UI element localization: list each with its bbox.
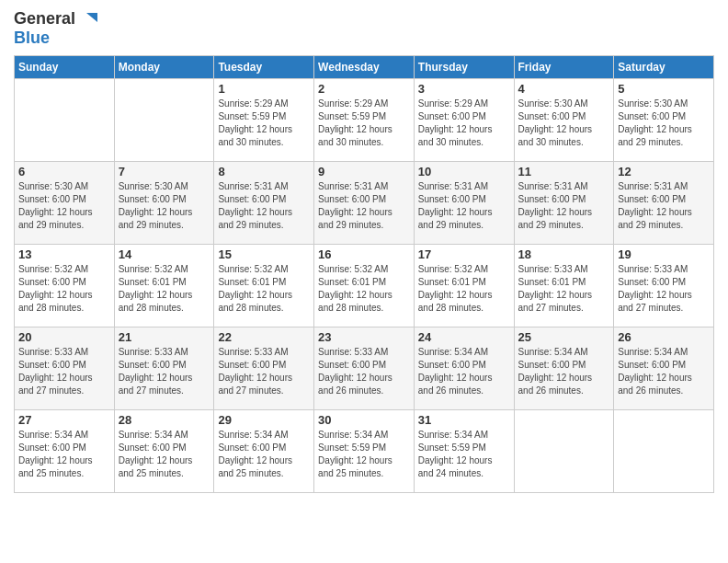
calendar-cell: 15Sunrise: 5:32 AM Sunset: 6:01 PM Dayli… — [214, 244, 314, 327]
day-info: Sunrise: 5:31 AM Sunset: 6:00 PM Dayligh… — [318, 180, 410, 232]
calendar-cell: 30Sunrise: 5:34 AM Sunset: 5:59 PM Dayli… — [314, 409, 415, 492]
calendar-week-row: 6Sunrise: 5:30 AM Sunset: 6:00 PM Daylig… — [15, 161, 714, 244]
day-info: Sunrise: 5:34 AM Sunset: 6:00 PM Dayligh… — [518, 346, 610, 397]
day-info: Sunrise: 5:32 AM Sunset: 6:01 PM Dayligh… — [119, 263, 210, 315]
day-number: 26 — [618, 330, 710, 344]
day-of-week-header: Wednesday — [314, 55, 415, 78]
calendar-cell: 19Sunrise: 5:33 AM Sunset: 6:00 PM Dayli… — [614, 244, 714, 327]
day-of-week-header: Sunday — [15, 55, 115, 78]
day-number: 12 — [618, 165, 710, 178]
calendar-cell: 27Sunrise: 5:34 AM Sunset: 6:00 PM Dayli… — [15, 409, 115, 492]
calendar-cell: 24Sunrise: 5:34 AM Sunset: 6:00 PM Dayli… — [414, 327, 514, 409]
day-number: 16 — [318, 247, 410, 261]
day-info: Sunrise: 5:29 AM Sunset: 5:59 PM Dayligh… — [318, 98, 410, 149]
calendar-cell: 14Sunrise: 5:32 AM Sunset: 6:01 PM Dayli… — [114, 244, 214, 327]
day-number: 25 — [518, 330, 610, 344]
calendar-table: SundayMondayTuesdayWednesdayThursdayFrid… — [14, 55, 714, 493]
calendar-cell: 23Sunrise: 5:33 AM Sunset: 6:00 PM Dayli… — [314, 327, 415, 409]
day-of-week-header: Thursday — [414, 55, 514, 78]
calendar-cell: 12Sunrise: 5:31 AM Sunset: 6:00 PM Dayli… — [614, 161, 714, 244]
day-info: Sunrise: 5:33 AM Sunset: 6:00 PM Dayligh… — [318, 346, 410, 397]
day-info: Sunrise: 5:34 AM Sunset: 5:59 PM Dayligh… — [318, 429, 410, 480]
day-number: 19 — [618, 247, 710, 261]
day-number: 20 — [18, 330, 110, 344]
calendar-cell: 9Sunrise: 5:31 AM Sunset: 6:00 PM Daylig… — [314, 161, 415, 244]
calendar-cell: 29Sunrise: 5:34 AM Sunset: 6:00 PM Dayli… — [214, 409, 314, 492]
calendar-cell: 2Sunrise: 5:29 AM Sunset: 5:59 PM Daylig… — [314, 78, 415, 161]
day-info: Sunrise: 5:30 AM Sunset: 6:00 PM Dayligh… — [119, 180, 210, 232]
calendar-cell: 11Sunrise: 5:31 AM Sunset: 6:00 PM Dayli… — [514, 161, 614, 244]
logo: General Blue — [14, 9, 99, 48]
day-info: Sunrise: 5:29 AM Sunset: 6:00 PM Dayligh… — [418, 98, 510, 149]
day-info: Sunrise: 5:31 AM Sunset: 6:00 PM Dayligh… — [218, 180, 310, 232]
day-of-week-header: Friday — [514, 55, 614, 78]
day-number: 3 — [418, 82, 510, 96]
day-info: Sunrise: 5:31 AM Sunset: 6:00 PM Dayligh… — [418, 180, 510, 232]
day-number: 7 — [119, 165, 210, 178]
day-info: Sunrise: 5:32 AM Sunset: 6:01 PM Dayligh… — [218, 263, 310, 315]
calendar-cell: 31Sunrise: 5:34 AM Sunset: 5:59 PM Dayli… — [414, 409, 514, 492]
day-info: Sunrise: 5:34 AM Sunset: 5:59 PM Dayligh… — [418, 429, 510, 480]
calendar-cell: 10Sunrise: 5:31 AM Sunset: 6:00 PM Dayli… — [414, 161, 514, 244]
day-number: 22 — [218, 330, 310, 344]
calendar-cell: 3Sunrise: 5:29 AM Sunset: 6:00 PM Daylig… — [414, 78, 514, 161]
day-number: 2 — [318, 82, 410, 96]
calendar-cell: 22Sunrise: 5:33 AM Sunset: 6:00 PM Dayli… — [214, 327, 314, 409]
calendar-cell: 18Sunrise: 5:33 AM Sunset: 6:01 PM Dayli… — [514, 244, 614, 327]
day-number: 31 — [418, 413, 510, 427]
day-info: Sunrise: 5:34 AM Sunset: 6:00 PM Dayligh… — [418, 346, 510, 397]
day-number: 11 — [518, 165, 610, 178]
calendar-cell: 16Sunrise: 5:32 AM Sunset: 6:01 PM Dayli… — [314, 244, 415, 327]
day-number: 1 — [218, 82, 310, 96]
calendar-cell: 26Sunrise: 5:34 AM Sunset: 6:00 PM Dayli… — [614, 327, 714, 409]
calendar-cell — [614, 409, 714, 492]
day-info: Sunrise: 5:31 AM Sunset: 6:00 PM Dayligh… — [518, 180, 610, 232]
day-info: Sunrise: 5:33 AM Sunset: 6:00 PM Dayligh… — [18, 346, 110, 397]
day-info: Sunrise: 5:29 AM Sunset: 5:59 PM Dayligh… — [218, 98, 310, 149]
day-number: 15 — [218, 247, 310, 261]
day-number: 18 — [518, 247, 610, 261]
day-number: 29 — [218, 413, 310, 427]
day-number: 27 — [18, 413, 110, 427]
calendar-cell: 5Sunrise: 5:30 AM Sunset: 6:00 PM Daylig… — [614, 78, 714, 161]
day-info: Sunrise: 5:33 AM Sunset: 6:00 PM Dayligh… — [618, 263, 710, 315]
calendar-week-row: 27Sunrise: 5:34 AM Sunset: 6:00 PM Dayli… — [15, 409, 714, 492]
logo-text: General Blue — [14, 9, 99, 48]
calendar-header-row: SundayMondayTuesdayWednesdayThursdayFrid… — [15, 55, 714, 78]
calendar-cell: 8Sunrise: 5:31 AM Sunset: 6:00 PM Daylig… — [214, 161, 314, 244]
day-info: Sunrise: 5:32 AM Sunset: 6:01 PM Dayligh… — [418, 263, 510, 315]
calendar-cell: 28Sunrise: 5:34 AM Sunset: 6:00 PM Dayli… — [114, 409, 214, 492]
day-info: Sunrise: 5:34 AM Sunset: 6:00 PM Dayligh… — [618, 346, 710, 397]
calendar-cell — [15, 78, 115, 161]
day-info: Sunrise: 5:31 AM Sunset: 6:00 PM Dayligh… — [618, 180, 710, 232]
day-info: Sunrise: 5:30 AM Sunset: 6:00 PM Dayligh… — [18, 180, 110, 232]
day-of-week-header: Monday — [114, 55, 214, 78]
day-number: 9 — [318, 165, 410, 178]
calendar-cell: 20Sunrise: 5:33 AM Sunset: 6:00 PM Dayli… — [15, 327, 115, 409]
calendar-cell: 1Sunrise: 5:29 AM Sunset: 5:59 PM Daylig… — [214, 78, 314, 161]
day-number: 13 — [18, 247, 110, 261]
day-number: 6 — [18, 165, 110, 178]
day-number: 28 — [119, 413, 210, 427]
day-info: Sunrise: 5:30 AM Sunset: 6:00 PM Dayligh… — [518, 98, 610, 149]
day-info: Sunrise: 5:34 AM Sunset: 6:00 PM Dayligh… — [119, 429, 210, 480]
day-info: Sunrise: 5:30 AM Sunset: 6:00 PM Dayligh… — [618, 98, 710, 149]
calendar-week-row: 13Sunrise: 5:32 AM Sunset: 6:00 PM Dayli… — [15, 244, 714, 327]
calendar-cell: 13Sunrise: 5:32 AM Sunset: 6:00 PM Dayli… — [15, 244, 115, 327]
calendar-cell: 17Sunrise: 5:32 AM Sunset: 6:01 PM Dayli… — [414, 244, 514, 327]
day-of-week-header: Tuesday — [214, 55, 314, 78]
day-number: 10 — [418, 165, 510, 178]
calendar-cell: 21Sunrise: 5:33 AM Sunset: 6:00 PM Dayli… — [114, 327, 214, 409]
calendar-week-row: 20Sunrise: 5:33 AM Sunset: 6:00 PM Dayli… — [15, 327, 714, 409]
day-number: 21 — [119, 330, 210, 344]
day-info: Sunrise: 5:34 AM Sunset: 6:00 PM Dayligh… — [18, 429, 110, 480]
day-of-week-header: Saturday — [614, 55, 714, 78]
day-info: Sunrise: 5:32 AM Sunset: 6:01 PM Dayligh… — [318, 263, 410, 315]
calendar-cell: 4Sunrise: 5:30 AM Sunset: 6:00 PM Daylig… — [514, 78, 614, 161]
day-info: Sunrise: 5:34 AM Sunset: 6:00 PM Dayligh… — [218, 429, 310, 480]
day-number: 4 — [518, 82, 610, 96]
calendar-cell: 25Sunrise: 5:34 AM Sunset: 6:00 PM Dayli… — [514, 327, 614, 409]
day-number: 30 — [318, 413, 410, 427]
day-info: Sunrise: 5:32 AM Sunset: 6:00 PM Dayligh… — [18, 263, 110, 315]
calendar-week-row: 1Sunrise: 5:29 AM Sunset: 5:59 PM Daylig… — [15, 78, 714, 161]
